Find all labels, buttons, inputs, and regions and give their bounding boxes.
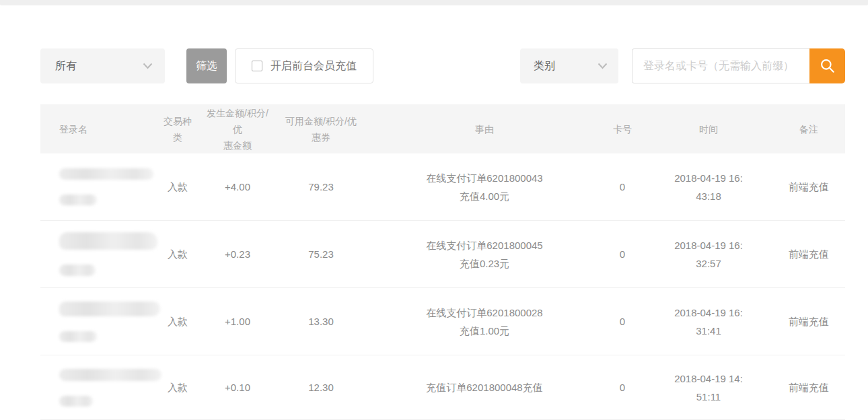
filter-button[interactable]: 筛选 [186, 48, 227, 83]
amount-cell: +0.10 [202, 355, 273, 419]
category-select-value: 类别 [534, 59, 555, 73]
search-input[interactable] [632, 48, 809, 83]
time-cell: 2018-04-19 16: 32:57 [645, 221, 772, 287]
top-divider-strip [0, 0, 868, 5]
redacted-blur-block [59, 302, 160, 316]
header-amount: 发生金额/积分/优 惠金额 [202, 104, 273, 153]
amount-cell: +1.00 [202, 288, 273, 355]
available-cell: 12.30 [273, 355, 369, 419]
chevron-down-icon [143, 63, 153, 69]
amount-cell: +0.23 [202, 221, 273, 287]
note-cell: 前端充值 [772, 288, 845, 355]
table-row: 入款 +0.10 12.30 充值订单6201800048充值 0 2018-0… [40, 355, 845, 420]
search-group [632, 48, 845, 83]
chevron-down-icon [598, 63, 608, 69]
login-name-redacted [40, 221, 153, 287]
time-cell: 2018-04-19 16: 31:41 [645, 288, 772, 355]
header-reason: 事由 [369, 104, 600, 153]
header-login-name: 登录名 [40, 104, 153, 153]
header-time: 时间 [645, 104, 772, 153]
toolbar-left-group: 所有 筛选 开启前台会员充值 [40, 48, 373, 83]
redacted-blur-block [59, 232, 157, 250]
login-name-redacted [40, 288, 153, 355]
card-number-cell: 0 [600, 153, 645, 220]
card-number-cell: 0 [600, 221, 645, 287]
toolbar-right-group: 类别 [520, 48, 845, 83]
reason-cell: 充值订单6201800048充值 [369, 355, 600, 419]
reason-cell: 在线支付订单6201800043 充值4.00元 [369, 153, 600, 220]
amount-cell: +4.00 [202, 153, 273, 220]
toolbar: 所有 筛选 开启前台会员充值 类别 [40, 48, 845, 83]
scope-select[interactable]: 所有 [40, 48, 165, 83]
table-row: 入款 +4.00 79.23 在线支付订单6201800043 充值4.00元 … [40, 153, 845, 221]
login-name-redacted [40, 153, 153, 220]
header-card-number: 卡号 [600, 104, 645, 153]
available-cell: 13.30 [273, 288, 369, 355]
front-desk-recharge-toggle[interactable]: 开启前台会员充值 [235, 48, 373, 83]
login-name-redacted [40, 355, 153, 419]
available-cell: 75.23 [273, 221, 369, 287]
trade-type-cell: 入款 [153, 288, 202, 355]
trade-type-cell: 入款 [153, 221, 202, 287]
trade-type-cell: 入款 [153, 355, 202, 419]
time-cell: 2018-04-19 14: 51:11 [645, 355, 772, 419]
search-button[interactable] [809, 48, 845, 83]
table-row: 入款 +0.23 75.23 在线支付订单6201800045 充值0.23元 … [40, 221, 845, 288]
redacted-blur-block [59, 168, 153, 180]
card-number-cell: 0 [600, 288, 645, 355]
note-cell: 前端充值 [772, 355, 845, 419]
front-desk-recharge-label: 开启前台会员充值 [270, 59, 357, 73]
note-cell: 前端充值 [772, 153, 845, 220]
search-icon [819, 57, 836, 75]
available-cell: 79.23 [273, 153, 369, 220]
table-header-row: 登录名 交易种 类 发生金额/积分/优 惠金额 可用金额/积分/优 惠券 事由 … [40, 104, 845, 153]
redacted-blur-block [59, 331, 97, 342]
reason-cell: 在线支付订单6201800028 充值1.00元 [369, 288, 600, 355]
header-note: 备注 [772, 104, 845, 153]
scope-select-value: 所有 [55, 59, 77, 73]
time-cell: 2018-04-19 16: 43:18 [645, 153, 772, 220]
redacted-blur-block [59, 195, 97, 205]
transactions-table: 登录名 交易种 类 发生金额/积分/优 惠金额 可用金额/积分/优 惠券 事由 … [40, 104, 845, 420]
redacted-blur-block [59, 369, 161, 381]
reason-cell: 在线支付订单6201800045 充值0.23元 [369, 221, 600, 287]
card-number-cell: 0 [600, 355, 645, 419]
redacted-blur-block [59, 265, 96, 276]
note-cell: 前端充值 [772, 221, 845, 287]
header-trade-type: 交易种 类 [153, 104, 202, 153]
front-desk-recharge-checkbox[interactable] [252, 61, 262, 71]
trade-type-cell: 入款 [153, 153, 202, 220]
header-available: 可用金额/积分/优 惠券 [273, 104, 369, 153]
table-row: 入款 +1.00 13.30 在线支付订单6201800028 充值1.00元 … [40, 288, 845, 355]
category-select[interactable]: 类别 [520, 48, 618, 83]
redacted-blur-block [59, 396, 93, 407]
